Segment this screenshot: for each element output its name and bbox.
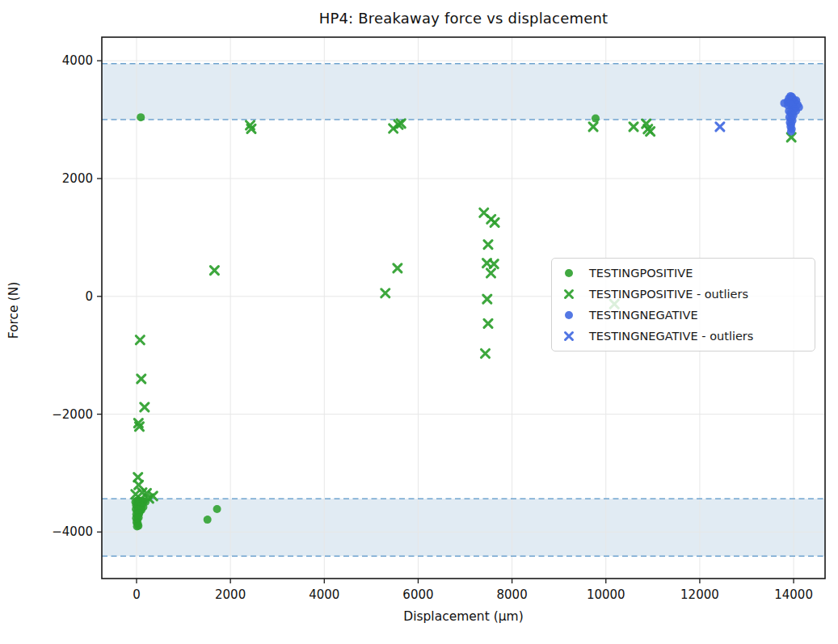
legend-item: TESTINGNEGATIVE - outliers bbox=[561, 329, 806, 343]
x-tick-label: 4000 bbox=[309, 587, 339, 602]
data-point-x bbox=[210, 267, 218, 275]
negative-spec-band-fill bbox=[102, 499, 825, 556]
data-point bbox=[204, 516, 212, 524]
data-point-x bbox=[381, 289, 390, 297]
legend-circle-marker-icon bbox=[561, 266, 577, 280]
x-tick-label: 2000 bbox=[215, 587, 246, 602]
legend-x-marker-icon bbox=[561, 287, 577, 301]
legend-label: TESTINGNEGATIVE bbox=[589, 309, 698, 322]
x-tick-label: 14000 bbox=[774, 587, 813, 602]
legend-item: TESTINGNEGATIVE bbox=[561, 308, 806, 322]
legend-item: TESTINGPOSITIVE - outliers bbox=[561, 287, 806, 301]
data-point bbox=[787, 128, 795, 136]
data-point-x bbox=[716, 123, 724, 131]
figure: HP4: Breakaway force vs displacement For… bbox=[0, 0, 838, 644]
x-tick-label: 12000 bbox=[680, 587, 719, 602]
y-tick-label: 2000 bbox=[62, 171, 93, 186]
data-point-x bbox=[484, 241, 492, 249]
positive-spec-band-fill bbox=[102, 64, 825, 120]
data-point-x bbox=[490, 260, 498, 268]
data-point-x bbox=[137, 375, 145, 383]
data-point-x bbox=[141, 403, 149, 411]
legend-label: TESTINGPOSITIVE - outliers bbox=[589, 288, 748, 301]
x-tick-label: 6000 bbox=[402, 587, 433, 602]
data-point bbox=[213, 505, 221, 513]
y-tick-label: 0 bbox=[85, 289, 93, 304]
data-point-x bbox=[482, 350, 490, 358]
series-testingnegative-outliers bbox=[716, 123, 724, 131]
data-point-x bbox=[589, 123, 597, 131]
legend-item: TESTINGPOSITIVE bbox=[561, 266, 806, 280]
data-point bbox=[592, 115, 600, 123]
data-point-x bbox=[486, 269, 495, 277]
data-point-x bbox=[394, 264, 402, 272]
y-tick-label: −2000 bbox=[52, 407, 93, 422]
legend: TESTINGPOSITIVETESTINGPOSITIVE - outlier… bbox=[551, 258, 815, 351]
legend-x-marker-icon bbox=[561, 329, 577, 343]
legend-label: TESTINGNEGATIVE - outliers bbox=[589, 330, 753, 343]
series-testingpositive bbox=[132, 113, 600, 530]
legend-label: TESTINGPOSITIVE bbox=[589, 267, 693, 280]
y-tick-label: −4000 bbox=[52, 524, 93, 539]
x-tick-label: 10000 bbox=[587, 587, 625, 602]
data-point-x bbox=[136, 336, 144, 344]
data-point bbox=[133, 522, 141, 530]
legend-circle-marker-icon bbox=[561, 308, 577, 322]
data-point-x bbox=[491, 218, 499, 226]
data-point bbox=[137, 113, 145, 121]
x-tick-label: 0 bbox=[133, 587, 141, 602]
y-tick-label: 4000 bbox=[62, 53, 93, 68]
data-point-x bbox=[484, 319, 492, 327]
data-point-x bbox=[630, 123, 638, 131]
x-tick-label: 8000 bbox=[497, 587, 528, 602]
